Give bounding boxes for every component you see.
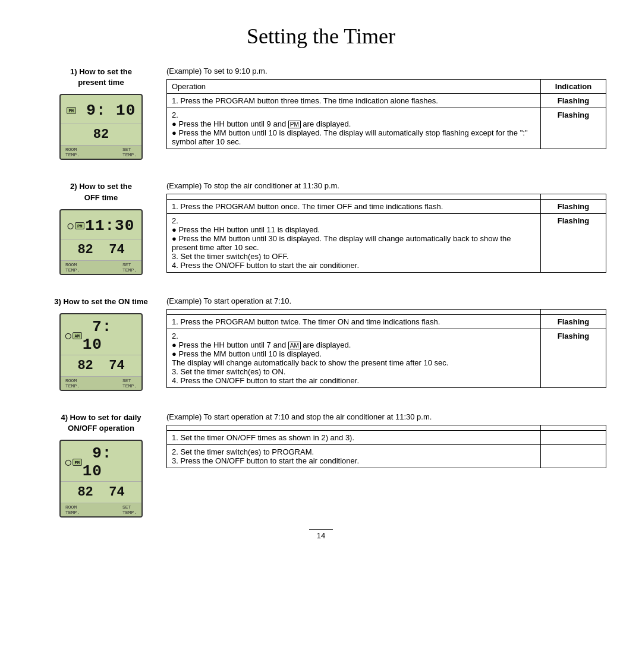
- table-2: 1. Press the PROGRAM button once. The ti…: [166, 194, 606, 273]
- table-row: 2. ● Press the HH button until 11 is dis…: [167, 214, 606, 273]
- table-cell-indication: Flashing: [541, 214, 606, 273]
- section-4-label: 4) How to set for daily ON/OFF operation: [61, 412, 141, 434]
- col-header-indication-2: [541, 194, 606, 200]
- lcd-top-4: ◯ PM 9: 10: [61, 441, 141, 481]
- table-cell-operation: 2. ● Press the HH button until 7 and AM …: [167, 329, 541, 387]
- col-header-indication-3: [541, 309, 606, 314]
- table-row: 2. Set the timer switch(es) to PROGRAM. …: [167, 444, 606, 468]
- lcd-footer-2: ROOMTEMP. SETTEMP.: [61, 260, 141, 274]
- col-header-operation-4: [167, 425, 541, 430]
- table-1: Operation Indication 1. Press the PROGRA…: [166, 79, 606, 149]
- table-row: 1. Press the PROGRAM button twice. The t…: [167, 314, 606, 329]
- col-header-operation-2: [167, 194, 541, 200]
- content-area: 1) How to set the present time PM 9: 10 …: [36, 67, 606, 518]
- table-cell-operation: 1. Press the PROGRAM button once. The ti…: [167, 200, 541, 214]
- table-cell-operation: 2. ● Press the HH button until 9 and PM …: [167, 108, 541, 149]
- lcd-display-4: ◯ PM 9: 10 82 74 ROOMTEMP. SETTEMP.: [59, 440, 143, 518]
- col-header-indication: Indication: [541, 80, 606, 94]
- table-row: 1. Press the PROGRAM button three times.…: [167, 94, 606, 108]
- table-cell-indication: Flashing: [541, 94, 606, 108]
- page-line: [309, 529, 333, 530]
- lcd-time-4: 9: 10: [83, 444, 137, 480]
- pm-icon-2: PM: [75, 222, 84, 229]
- lcd-display-1: PM 9: 10 82 ROOMTEMP. SETTEMP.: [59, 94, 143, 160]
- left-column-4: 4) How to set for daily ON/OFF operation…: [36, 412, 166, 518]
- timer-off-icon: ◯: [68, 220, 74, 232]
- table-cell-operation: 2. ● Press the HH button until 11 is dis…: [167, 214, 541, 273]
- lcd-display-3: ◯ AM 7: 10 82 74 ROOMTEMP. SETTEMP.: [59, 313, 143, 391]
- table-cell-indication: Flashing: [541, 200, 606, 214]
- lcd-bottom-1: 82: [61, 124, 141, 145]
- example-label-1: (Example) To set to 9:10 p.m.: [166, 67, 606, 75]
- table-cell-indication: Flashing: [541, 314, 606, 329]
- example-label-4: (Example) To start operation at 7:10 and…: [166, 412, 606, 421]
- lcd-display-2: ◯ PM 11:30 82 74 ROOMTEMP. SETTEMP.: [59, 209, 143, 275]
- lcd-icons-4: ◯ PM: [65, 456, 83, 468]
- section-1: 1) How to set the present time PM 9: 10 …: [36, 67, 606, 160]
- col-header-operation: Operation: [167, 80, 541, 94]
- lcd-icons-2: ◯ PM: [68, 220, 86, 232]
- table-row: 1. Set the timer ON/OFF times as shown i…: [167, 430, 606, 444]
- page-number: 14: [317, 531, 325, 540]
- pm-icon-4: PM: [73, 459, 82, 466]
- table-cell-operation: 2. Set the timer switch(es) to PROGRAM. …: [167, 444, 541, 468]
- section-3-label: 3) How to set the ON time: [54, 296, 147, 307]
- right-column-1: (Example) To set to 9:10 p.m. Operation …: [166, 67, 606, 160]
- table-cell-operation: 1. Set the timer ON/OFF times as shown i…: [167, 430, 541, 444]
- col-header-indication-4: [541, 425, 606, 430]
- pm-icon: PM: [67, 107, 76, 114]
- table-row: 1. Press the PROGRAM button once. The ti…: [167, 200, 606, 214]
- lcd-top-1: PM 9: 10: [61, 95, 141, 124]
- timer-on-icon: ◯: [65, 330, 71, 342]
- right-column-4: (Example) To start operation at 7:10 and…: [166, 412, 606, 518]
- example-label-2: (Example) To stop the air conditioner at…: [166, 181, 606, 190]
- left-column-1: 1) How to set the present time PM 9: 10 …: [36, 67, 166, 160]
- am-pm-icon-3: AM: [73, 332, 82, 339]
- table-cell-indication: Flashing: [541, 108, 606, 149]
- lcd-footer-1: ROOMTEMP. SETTEMP.: [61, 145, 141, 159]
- table-cell-indication: [541, 430, 606, 444]
- section-1-label: 1) How to set the present time: [70, 67, 132, 88]
- lcd-footer-3: ROOMTEMP. SETTEMP.: [61, 376, 141, 390]
- lcd-bottom-4: 82 74: [61, 481, 141, 503]
- table-cell-indication: [541, 444, 606, 468]
- table-3: 1. Press the PROGRAM button twice. The t…: [166, 309, 606, 388]
- lcd-time-1: 9: 10: [77, 102, 136, 119]
- lcd-icons-1: PM: [67, 107, 77, 114]
- right-column-2: (Example) To stop the air conditioner at…: [166, 181, 606, 275]
- table-row: 2. ● Press the HH button until 7 and AM …: [167, 329, 606, 387]
- col-header-operation-3: [167, 309, 541, 314]
- page-number-area: 14: [36, 529, 606, 540]
- section-2: 2) How to set the OFF time ◯ PM 11:30 82…: [36, 181, 606, 275]
- right-column-3: (Example) To start operation at 7:10. 1.…: [166, 296, 606, 391]
- table-row: 2. ● Press the HH button until 9 and PM …: [167, 108, 606, 149]
- timer-both-icon: ◯: [65, 456, 71, 468]
- table-cell-indication: Flashing: [541, 329, 606, 387]
- lcd-time-3: 7: 10: [83, 318, 137, 354]
- page-title: Setting the Timer: [36, 24, 606, 49]
- lcd-bottom-3: 82 74: [61, 355, 141, 376]
- left-column-3: 3) How to set the ON time ◯ AM 7: 10 82 …: [36, 296, 166, 391]
- lcd-icons-3: ◯ AM: [65, 330, 83, 342]
- section-3: 3) How to set the ON time ◯ AM 7: 10 82 …: [36, 296, 606, 391]
- section-4: 4) How to set for daily ON/OFF operation…: [36, 412, 606, 518]
- lcd-bottom-2: 82 74: [61, 239, 141, 260]
- section-2-label: 2) How to set the OFF time: [70, 181, 132, 203]
- table-cell-operation: 1. Press the PROGRAM button twice. The t…: [167, 314, 541, 329]
- lcd-top-3: ◯ AM 7: 10: [61, 314, 141, 355]
- example-label-3: (Example) To start operation at 7:10.: [166, 296, 606, 305]
- table-cell-operation: 1. Press the PROGRAM button three times.…: [167, 94, 541, 108]
- table-4: 1. Set the timer ON/OFF times as shown i…: [166, 425, 606, 468]
- lcd-time-2: 11:30: [85, 217, 134, 235]
- left-column-2: 2) How to set the OFF time ◯ PM 11:30 82…: [36, 181, 166, 275]
- lcd-footer-4: ROOMTEMP. SETTEMP.: [61, 503, 141, 516]
- lcd-top-2: ◯ PM 11:30: [61, 210, 141, 239]
